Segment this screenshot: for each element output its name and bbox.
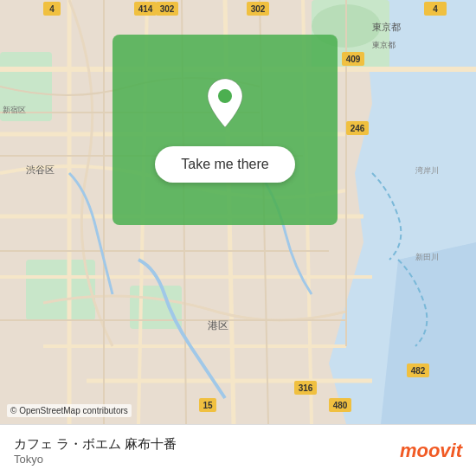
take-me-there-button[interactable]: Take me there bbox=[155, 146, 294, 183]
location-name: カフェ ラ・ボエム 麻布十番 bbox=[14, 436, 177, 453]
svg-text:409: 409 bbox=[346, 55, 361, 64]
svg-text:15: 15 bbox=[203, 401, 213, 410]
moovit-logo: moovit bbox=[400, 440, 462, 462]
svg-text:414: 414 bbox=[138, 4, 153, 14]
location-pin-icon bbox=[203, 77, 247, 129]
svg-text:302: 302 bbox=[251, 4, 266, 14]
moovit-text: moovit bbox=[400, 440, 462, 462]
svg-text:246: 246 bbox=[351, 124, 365, 133]
svg-text:482: 482 bbox=[411, 366, 426, 376]
svg-text:4: 4 bbox=[49, 4, 55, 14]
svg-rect-6 bbox=[130, 286, 182, 329]
svg-text:東京都: 東京都 bbox=[372, 22, 401, 32]
svg-point-55 bbox=[218, 89, 232, 103]
location-overlay: Take me there bbox=[113, 35, 338, 225]
svg-text:新田川: 新田川 bbox=[415, 253, 439, 261]
svg-text:東京都: 東京都 bbox=[372, 41, 396, 49]
svg-text:480: 480 bbox=[333, 401, 348, 410]
svg-text:302: 302 bbox=[160, 4, 175, 14]
svg-text:湾岸川: 湾岸川 bbox=[415, 166, 439, 175]
osm-credit: © OpenStreetMap contributors bbox=[7, 404, 132, 417]
location-info: カフェ ラ・ボエム 麻布十番 Tokyo bbox=[14, 436, 177, 466]
svg-text:港区: 港区 bbox=[208, 319, 228, 331]
svg-text:4: 4 bbox=[433, 4, 438, 14]
svg-text:316: 316 bbox=[299, 383, 313, 393]
location-city: Tokyo bbox=[14, 453, 177, 466]
bottom-bar: カフェ ラ・ボエム 麻布十番 Tokyo moovit bbox=[0, 424, 476, 476]
svg-text:新宿区: 新宿区 bbox=[3, 106, 26, 114]
svg-text:渋谷区: 渋谷区 bbox=[26, 164, 55, 175]
map-container: 302 302 4 409 246 414 316 15 480 482 4 渋… bbox=[0, 0, 476, 424]
